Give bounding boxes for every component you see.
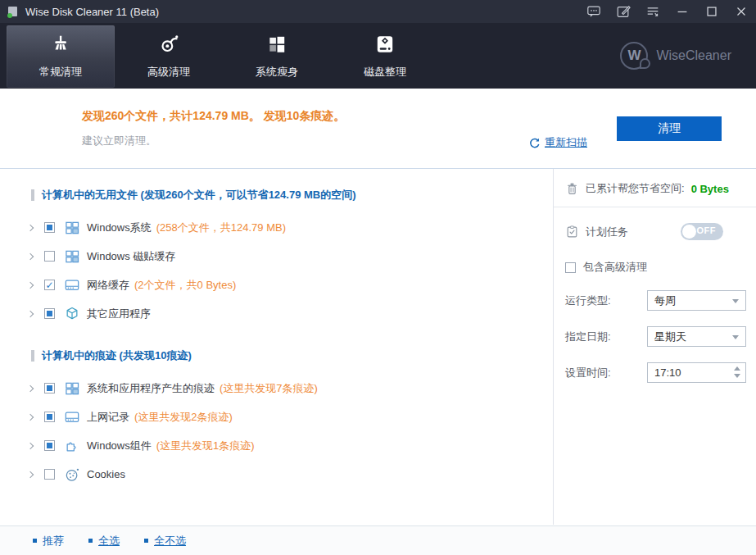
maximize-button[interactable] [697,0,727,23]
item-detail: (这里共发现2条痕迹) [134,410,233,425]
scheduled-task-row: 计划任务 OFF [565,223,746,240]
brand-name: WiseCleaner [656,48,731,63]
main-nav: 常规清理 高级清理 系统瘦身 [0,23,756,89]
minimize-button[interactable] [668,0,697,23]
chevron-right-icon[interactable] [27,384,34,391]
app-icon [7,6,20,18]
toggle-state-label: OFF [697,225,717,235]
window-title: Wise Disk Cleaner 11 (Beta) [25,6,159,18]
tab-system-slim[interactable]: 系统瘦身 [223,25,331,88]
item-checkbox[interactable] [44,469,55,480]
bullet-icon [33,539,37,543]
include-advanced-checkbox[interactable] [565,262,576,273]
tree-item-system-app-traces[interactable]: 系统和应用程序产生的痕迹 (这里共发现7条痕迹) [0,374,552,403]
run-type-select[interactable]: 每周 [647,290,746,311]
feedback-button[interactable] [579,0,609,23]
item-checkbox[interactable] [44,440,55,451]
chevron-right-icon[interactable] [27,413,34,420]
run-type-value: 每周 [654,293,676,308]
item-detail: (2个文件，共0 Bytes) [134,278,236,293]
section-header-traces: 计算机中的痕迹 (共发现10痕迹) [31,348,552,364]
tree-item-windows-components[interactable]: Windows组件 (这里共发现1条痕迹) [0,431,552,460]
windows-tiles-icon [63,219,81,237]
tree-item-network-cache[interactable]: 网络缓存 (2个文件，共0 Bytes) [0,271,552,299]
item-checkbox[interactable] [44,308,55,319]
time-value: 17:10 [654,366,681,379]
maximize-icon [704,4,719,19]
brand-letter: W [620,42,648,70]
rescan-link[interactable]: 重新扫描 [528,135,587,150]
rescan-label: 重新扫描 [545,135,587,150]
list-menu-icon [645,4,660,19]
tab-disk-defrag[interactable]: 磁盘整理 [331,25,439,88]
tab-advanced-clean[interactable]: 高级清理 [115,25,223,88]
chevron-right-icon[interactable] [27,281,34,288]
item-label: Cookies [87,468,125,480]
puzzle-icon [63,437,81,455]
footer-link-recommended[interactable]: 推荐 [33,534,64,548]
section-header-text: 计算机中的痕迹 (共发现10痕迹) [42,348,192,363]
item-label: 上网记录 [87,410,129,425]
tree-item-cookies[interactable]: Cookies [0,460,552,489]
spinner-down-icon[interactable] [734,374,740,378]
space-saved-label: 已累计帮您节省空间: [586,181,685,196]
chevron-right-icon[interactable] [27,252,34,259]
item-label: 系统和应用程序产生的痕迹 [87,381,215,396]
tree-item-windows-system[interactable]: Windows系统 (258个文件，共124.79 MB) [0,213,552,242]
day-value: 星期天 [654,330,686,344]
menu-button[interactable] [638,0,668,23]
trash-icon [565,182,579,196]
item-checkbox[interactable] [44,383,55,394]
run-type-label: 运行类型: [565,293,611,308]
chevron-right-icon[interactable] [27,442,34,448]
window-controls [579,0,756,23]
bullet-icon [144,539,148,543]
time-row: 设置时间: 17:10 [565,362,746,383]
tab-normal-clean[interactable]: 常规清理 [7,25,115,88]
item-detail: (这里共发现7条痕迹) [220,381,318,396]
close-button[interactable] [727,0,756,23]
include-advanced-row[interactable]: 包含高级清理 [565,260,746,275]
disk-defrag-icon [374,34,396,57]
clean-button[interactable]: 清理 [617,116,722,141]
schedule-toggle[interactable]: OFF [681,223,723,240]
tree-item-windows-tile-cache[interactable]: Windows 磁贴缓存 [0,242,552,271]
windows-logo-icon [266,34,287,57]
day-select[interactable]: 星期天 [647,326,746,347]
include-advanced-label: 包含高级清理 [583,260,647,275]
tree-item-browsing-history[interactable]: 上网记录 (这里共发现2条痕迹) [0,403,552,431]
time-spinner[interactable]: 17:10 [647,362,746,383]
footer-link-select-none[interactable]: 全不选 [144,534,186,548]
footer-link-label: 全不选 [154,534,186,548]
item-label: 网络缓存 [87,278,129,293]
footer-link-label: 全选 [98,534,120,548]
item-checkbox[interactable] [44,280,55,290]
section-header-text: 计算机中的无用文件 (发现260个文件，可以节省124.79 MB的空间) [42,188,356,202]
tree-item-other-apps[interactable]: 其它应用程序 [0,299,552,328]
item-checkbox[interactable] [44,251,55,262]
item-checkbox[interactable] [44,412,55,422]
chevron-right-icon[interactable] [27,224,34,230]
chevron-right-icon[interactable] [27,471,34,477]
day-label: 指定日期: [565,330,611,344]
schedule-sidebar: 已累计帮您节省空间: 0 Bytes 计划任务 OFF 包含高级清理 运行类型:… [553,169,756,525]
release-notes-button[interactable] [609,0,638,23]
cleanup-tree: 计算机中的无用文件 (发现260个文件，可以节省124.79 MB的空间) Wi… [0,169,552,525]
space-saved-value: 0 Bytes [691,183,729,195]
tab-label: 系统瘦身 [256,65,298,80]
spinner-up-icon[interactable] [734,366,740,371]
section-header-junk-files: 计算机中的无用文件 (发现260个文件，可以节省124.79 MB的空间) [31,187,552,203]
cube-icon [63,305,81,323]
wisecleaner-logo: W WiseCleaner [620,42,731,70]
titlebar: Wise Disk Cleaner 11 (Beta) [0,0,756,23]
chevron-right-icon[interactable] [27,310,34,316]
footer-link-select-all[interactable]: 全选 [88,534,120,548]
scan-summary: 发现260个文件，共计124.79 MB。 发现10条痕迹。 建议立即清理。 重… [0,89,756,169]
item-checkbox[interactable] [44,222,55,233]
minimize-icon [675,4,690,19]
scheduled-task-label: 计划任务 [586,225,628,239]
network-cache-icon [63,408,81,426]
time-label: 设置时间: [565,366,611,380]
windows-tiles-icon [63,380,81,398]
run-type-row: 运行类型: 每周 [565,290,746,311]
